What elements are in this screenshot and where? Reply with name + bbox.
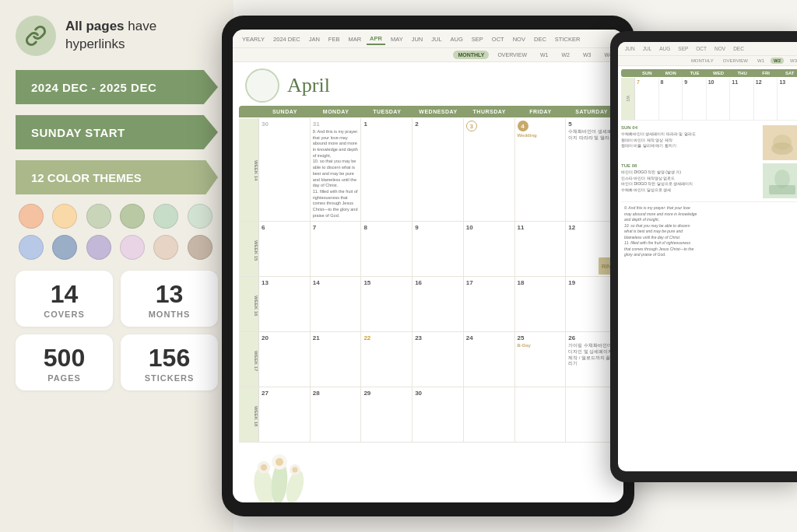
date-number: 14 <box>313 279 359 286</box>
main-tablet: YEARLY2024 DECJANFEBMARAPRMAYJUNJULAUGSE… <box>222 16 634 516</box>
nav-item-sep[interactable]: SEP <box>469 34 486 44</box>
stat-number: 13 <box>156 282 184 306</box>
cal-cell: 3 <box>464 118 515 221</box>
rt-subnav-item[interactable]: MONTHLY <box>688 58 717 64</box>
cal-header-thursday: THURSDAY <box>464 106 515 117</box>
nav-item-aug[interactable]: AUG <box>448 34 466 44</box>
calendar-row-0: WEEK 1430319. And this is my prayer: tha… <box>239 118 617 222</box>
cal-cell: 24 <box>464 332 515 387</box>
rt-cal-cell: 9 <box>683 78 707 120</box>
rt-cal-header-day: SUN <box>635 69 659 77</box>
tablet-sub-nav: MONTHLYOVERVIEWW1W2W3W4 <box>233 48 623 62</box>
svg-point-13 <box>771 142 793 155</box>
rt-cal-cell: 7 <box>635 78 659 120</box>
cal-cell: 21 <box>311 332 362 387</box>
date-number: 6 <box>262 224 307 231</box>
svg-point-8 <box>261 464 267 471</box>
cal-cell: 18 <box>515 277 567 331</box>
rt-nav-item[interactable]: JUN <box>623 45 637 52</box>
svg-rect-16 <box>769 185 795 194</box>
gray-date: 31 <box>313 121 359 128</box>
nav-item-jul[interactable]: JUL <box>428 34 444 44</box>
cal-cell: 22 <box>361 332 413 387</box>
rt-subnav-item[interactable]: W2 <box>771 58 784 64</box>
cal-cell: 8 <box>361 222 413 276</box>
week-label: WEEK 16 <box>239 277 259 331</box>
rt-nav-item[interactable]: JUL <box>641 45 655 52</box>
date-number: 2 <box>415 121 461 128</box>
nav-item-jun[interactable]: JUN <box>409 34 427 44</box>
color-swatch-tan <box>153 235 178 260</box>
sunday-start-banner: SUNDAY START <box>16 115 218 149</box>
rt-nav-item[interactable]: OCT <box>693 45 709 52</box>
rt-subnav-item[interactable]: OVERVIEW <box>720 58 751 64</box>
rt-cal-header-day: FRI <box>754 69 778 77</box>
rt-subnav-item[interactable]: W1 <box>754 58 767 64</box>
nav-item-sticker[interactable]: STICKER <box>552 34 584 44</box>
rt-nav-item[interactable]: SEP <box>676 45 690 52</box>
subnav-item-monthly[interactable]: MONTHLY <box>453 51 489 59</box>
secondary-calendar: SUNMONTUEWEDTHUFRISAT W278910111213 <box>618 66 797 124</box>
calendar: SUNDAYMONDAYTUESDAYWEDNESDAYTHURSDAYFRID… <box>233 106 623 446</box>
color-swatch-blue <box>52 235 77 260</box>
rt-subnav-item[interactable]: W3 <box>787 58 797 64</box>
rt-nav-item[interactable]: DEC <box>731 45 746 52</box>
date-number: 11 <box>518 224 564 231</box>
day-label-2: TUE 08 <box>621 163 760 168</box>
subnav-item-w1[interactable]: W1 <box>535 51 553 59</box>
nav-item-dec[interactable]: DEC <box>531 34 549 44</box>
cell-event: B-Day <box>518 343 564 348</box>
rt-cal-cell: 11 <box>730 78 754 120</box>
date-number: 12 <box>568 224 615 231</box>
nav-item-may[interactable]: MAY <box>388 34 406 44</box>
verse-text: 9. And this is my prayer: that your love… <box>621 201 797 261</box>
cal-cell: 30 <box>259 118 311 221</box>
color-swatch-blue-light <box>19 235 44 260</box>
nav-item-apr[interactable]: APR <box>367 33 385 45</box>
cell-text: 가이링 수채화바인더 디자인 및 상세페이지 제작 / 얼로드까지 끌리기 <box>568 343 615 367</box>
nav-item-mar[interactable]: MAR <box>345 34 364 44</box>
date-range-banner: 2024 DEC - 2025 DEC <box>16 70 218 104</box>
color-swatch-sage-light <box>86 204 111 229</box>
date-number: 8 <box>363 224 409 231</box>
day-text-2: 바인더 DIOGO 작전 발영 (발생 가) 인스타 바인더 제작영상 업로드 … <box>621 170 760 193</box>
stat-card-pages: 500 PAGES <box>16 334 113 390</box>
secondary-cal-header: SUNMONTUEWEDTHUFRISAT <box>621 69 797 77</box>
nav-item-jan[interactable]: JAN <box>306 34 323 44</box>
secondary-tablet-screen: JUNJULAUGSEPOCTNOVDEC MONTHLYOVERVIEWW1W… <box>618 42 797 471</box>
rt-cal-header-day: SAT <box>778 69 797 77</box>
color-swatch-peach <box>19 204 44 229</box>
cal-header-sunday: SUNDAY <box>259 106 311 117</box>
tablet-frame: YEARLY2024 DECJANFEBMARAPRMAYJUNJULAUGSE… <box>222 16 634 516</box>
nav-item-yearly[interactable]: YEARLY <box>239 34 268 44</box>
cal-cell: 6 <box>259 222 311 276</box>
rt-cal-cell: 13 <box>778 78 797 120</box>
themes-banner: 12 COLOR THEMES <box>16 160 218 194</box>
nav-item-2024-dec[interactable]: 2024 DEC <box>270 34 304 44</box>
secondary-content-row-2: TUE 08 바인더 DIOGO 작전 발영 (발생 가) 인스타 바인더 제작… <box>621 163 797 198</box>
nav-item-nov[interactable]: NOV <box>510 34 528 44</box>
month-title: April <box>287 74 330 97</box>
secondary-nav: JUNJULAUGSEPOCTNOVDEC <box>618 42 797 56</box>
subnav-item-w3[interactable]: W3 <box>578 51 596 59</box>
date-number: 1 <box>363 121 409 128</box>
cal-cell: 14 <box>311 277 362 331</box>
nav-item-feb[interactable]: FEB <box>325 34 343 44</box>
rt-nav-item[interactable]: NOV <box>712 45 728 52</box>
stat-card-covers: 14 COVERS <box>16 271 113 327</box>
subnav-item-overview[interactable]: OVERVIEW <box>493 51 532 59</box>
week-label: WEEK 15 <box>239 222 259 276</box>
color-swatch-lavender <box>86 235 111 260</box>
secondary-tablet: JUNJULAUGSEPOCTNOVDEC MONTHLYOVERVIEWW1W… <box>610 31 797 482</box>
nav-item-oct[interactable]: OCT <box>489 34 507 44</box>
rt-cal-cell: 10 <box>707 78 731 120</box>
rt-nav-item[interactable]: AUG <box>657 45 672 52</box>
subnav-item-w2[interactable]: W2 <box>557 51 575 59</box>
themes-banner-text: 12 COLOR THEMES <box>31 171 142 184</box>
date-number: 23 <box>415 334 461 341</box>
rt-cal-cell: 12 <box>754 78 778 120</box>
cal-cell: 319. And this is my prayer: that your lo… <box>311 118 362 221</box>
date-number: 26 <box>568 334 615 341</box>
date-number: 19 <box>568 279 615 286</box>
date-number: 17 <box>466 279 512 286</box>
